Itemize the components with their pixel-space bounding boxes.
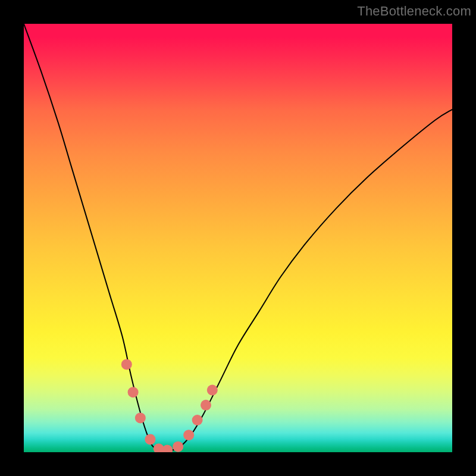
data-marker	[173, 441, 183, 452]
data-marker	[207, 385, 218, 396]
chart-stage: TheBottleneck.com	[0, 0, 476, 476]
data-marker	[183, 430, 194, 440]
data-marker	[121, 359, 132, 369]
data-marker	[135, 412, 146, 423]
attribution-label: TheBottleneck.com	[357, 4, 471, 19]
chart-svg	[24, 24, 452, 452]
data-marker	[162, 444, 173, 452]
data-marker	[192, 415, 203, 425]
marker-group	[121, 359, 218, 452]
data-marker	[201, 400, 211, 411]
data-marker	[128, 387, 139, 397]
plot-area	[24, 24, 452, 452]
data-marker	[145, 434, 155, 444]
bottleneck-curve	[24, 24, 452, 452]
